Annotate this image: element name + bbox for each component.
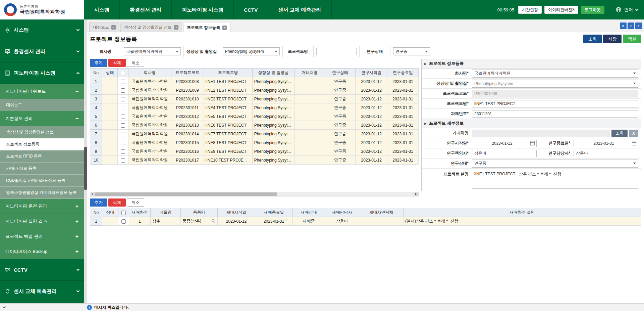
sidebar-item[interactable]: 생장상 및 영상촬영실 정보 (0, 126, 84, 138)
delete-button[interactable]: 삭제 (108, 198, 126, 207)
sidebar-item[interactable]: 피노타이핑 시스템 (0, 62, 84, 84)
sidebar-item[interactable]: 카메라 정보 등록 (0, 163, 84, 175)
table-row[interactable]: 3 국립원예특작과학원 P202301010 lINE3 TEST PROJEC… (90, 95, 419, 103)
research-status-select[interactable]: 연구중 (472, 160, 638, 168)
row-checkbox[interactable] (121, 123, 125, 128)
sidebar-item[interactable]: CCTV (0, 259, 84, 281)
select-all-checkbox[interactable] (121, 211, 126, 215)
start-date-input[interactable]: 2023-01-12 (472, 140, 537, 147)
nav-item[interactable]: 환경센서 관리 (119, 0, 171, 19)
scroll-right-arrow[interactable] (414, 192, 418, 196)
nav-item[interactable]: CCTV (233, 0, 268, 19)
table-row[interactable]: 6 국립원예특작과학원 P202301013 lINE6 TEST PROJEC… (90, 121, 419, 130)
scroll-left-arrow[interactable] (90, 192, 95, 196)
row-checkbox[interactable] (121, 141, 125, 145)
logout-button[interactable]: 로그아웃 (581, 6, 604, 14)
project-name-input[interactable] (472, 100, 638, 107)
tab-scroll-right-button[interactable] (635, 23, 642, 29)
nav-item[interactable]: 센서 교체 예측관리 (268, 0, 331, 19)
scrollbar-track[interactable] (95, 192, 414, 196)
company-select[interactable]: 국립원예특작과학원 (472, 70, 638, 78)
scrollbar-thumb[interactable] (95, 192, 277, 196)
tab-close-icon[interactable] (111, 25, 116, 30)
leader-input[interactable] (472, 150, 537, 157)
sidebar-item[interactable]: 대쉬보드 (0, 99, 84, 111)
calendar-icon[interactable] (530, 141, 535, 145)
close-all-tabs-button[interactable] (620, 23, 627, 29)
sidebar-item[interactable]: 데이타베이스 Backup+ (0, 244, 84, 259)
filter-status-select[interactable]: 연구중 (393, 47, 430, 55)
table-row[interactable]: 2 국립원예특작과학원 P202301009 lINE2 TEST PROJEC… (90, 86, 419, 95)
row-checkbox[interactable] (121, 132, 125, 136)
row-checkbox[interactable] (121, 88, 125, 93)
client-clear-button[interactable]: X (629, 130, 638, 137)
tab[interactable]: 대쉬보드 (89, 23, 119, 32)
row-checkbox[interactable] (121, 115, 125, 119)
sidebar-item[interactable]: 피노타이핑 실험 결과+ (0, 214, 84, 229)
nav-item[interactable]: 시스템 (84, 0, 119, 19)
table-row[interactable]: 5 국립원예특작과학원 P202301012 lINE5 TEST PROJEC… (90, 112, 419, 121)
excel-button[interactable]: 엑셀 (623, 35, 641, 43)
filter-chamber-select[interactable]: Phenotyping Sysytem (223, 47, 280, 55)
delete-button[interactable]: 삭제 (108, 59, 126, 67)
version-button[interactable]: 아이티컨버전3 (544, 6, 578, 14)
client-search-button[interactable]: 조회 (611, 130, 628, 137)
sidebar-item[interactable]: 엽록소형광촬영실 카메라좌표정보 등록 (0, 187, 84, 199)
row-checkbox[interactable] (121, 158, 125, 163)
tab[interactable]: 생장상 및 영상촬영실 정보 (120, 23, 182, 32)
table-row[interactable]: 9 국립원예특작과학원 P202301016 lINE9 TEST PROJEC… (90, 147, 419, 156)
language-label[interactable]: 언어 (624, 7, 633, 13)
cancel-button[interactable]: 취소 (127, 198, 144, 207)
scrollbar-thumb[interactable] (84, 147, 87, 190)
table-row[interactable]: 10 국립원예특작과학원 P202301017 lINE10 TEST PROJ… (90, 156, 419, 165)
end-date-input[interactable]: 2023-01-31 (574, 140, 638, 147)
globe-icon[interactable] (615, 7, 622, 13)
table-row[interactable]: 4 국립원예특작과학원 P202301011 lINE4 TEST PROJEC… (90, 103, 419, 112)
tab-scroll-left-button[interactable] (628, 23, 634, 29)
tab-close-icon[interactable] (222, 26, 227, 30)
cancel-button[interactable]: 취소 (127, 59, 144, 67)
select-all-cell (118, 69, 128, 77)
tab-close-icon[interactable] (174, 25, 178, 30)
sidebar-item[interactable]: 시스템 (0, 19, 84, 41)
row-checkbox[interactable] (121, 106, 125, 110)
extend-time-button[interactable]: 시간연장 (518, 6, 542, 14)
sidebar-item[interactable]: 피노타이핑 대쉬보드− (0, 84, 84, 99)
sidebar-item[interactable]: 프로젝트 RFID 등록 (0, 150, 84, 163)
select-all-checkbox[interactable] (121, 71, 125, 75)
filter-project-input[interactable] (316, 48, 357, 55)
row-checkbox[interactable] (121, 97, 125, 101)
chevron-down-icon[interactable] (635, 7, 639, 11)
sidebar-scrollbar[interactable] (84, 19, 87, 303)
table-row[interactable]: 7 국립원예특작과학원 P202301014 lINE7 TEST PROJEC… (90, 130, 419, 138)
horizontal-scrollbar[interactable] (90, 192, 419, 196)
sidebar-item[interactable]: 기본정보 관리− (0, 111, 84, 126)
table-row[interactable]: 1 국립원예특작과학원 P202301008 lINE1 TEST PROJEC… (90, 77, 419, 86)
logo[interactable]: 농촌진흥청 국립원예특작과학원 (0, 0, 84, 19)
query-button[interactable]: 조회 (583, 35, 602, 43)
sidebar-item[interactable]: 프로젝트 백업 관리+ (0, 229, 84, 244)
sidebar-item[interactable]: RGB촬영실 카메라좌표정보 등록 (0, 175, 84, 187)
sidebar-item[interactable]: 환경센서 관리 (0, 41, 84, 62)
sidebar-item[interactable]: 프로젝트 정보등록 (0, 138, 84, 150)
sidebar-item[interactable]: 피노타이핑 운전 관리+ (0, 199, 84, 214)
tab[interactable]: 프로젝트 정보등록 (183, 23, 230, 32)
chamber-select[interactable]: Phenotyping Sysytem (472, 80, 638, 88)
table-row[interactable]: 8 국립원예특작과학원 P202301015 lINE8 TEST PROJEC… (90, 138, 419, 147)
add-button[interactable]: 추가 (90, 198, 107, 207)
description-textarea[interactable]: lINE1 TEST PROJECT - 상추 건조스트레스 진행 (472, 170, 638, 189)
save-button[interactable]: 저장 (603, 35, 622, 43)
nav-item[interactable]: 피노타이핑 시스템 (171, 0, 233, 19)
row-checkbox[interactable] (121, 149, 125, 154)
manager-input[interactable] (574, 150, 638, 157)
calendar-icon[interactable] (632, 141, 636, 145)
add-button[interactable]: 추가 (90, 59, 107, 67)
row-checkbox[interactable] (121, 80, 125, 84)
filter-company-select[interactable]: 국립원예특작과학원 (124, 47, 181, 55)
collapse-chevron-icon[interactable] (3, 305, 6, 308)
task-number-input[interactable] (472, 110, 638, 118)
search-icon[interactable] (211, 219, 216, 223)
table-row[interactable]: 1 1 상추 품종(상추) 2023-01-12 2023-01-31 재배중 … (90, 217, 641, 226)
row-checkbox[interactable] (121, 219, 126, 224)
sidebar-item[interactable]: 센서 교체 예측관리 (0, 281, 84, 302)
